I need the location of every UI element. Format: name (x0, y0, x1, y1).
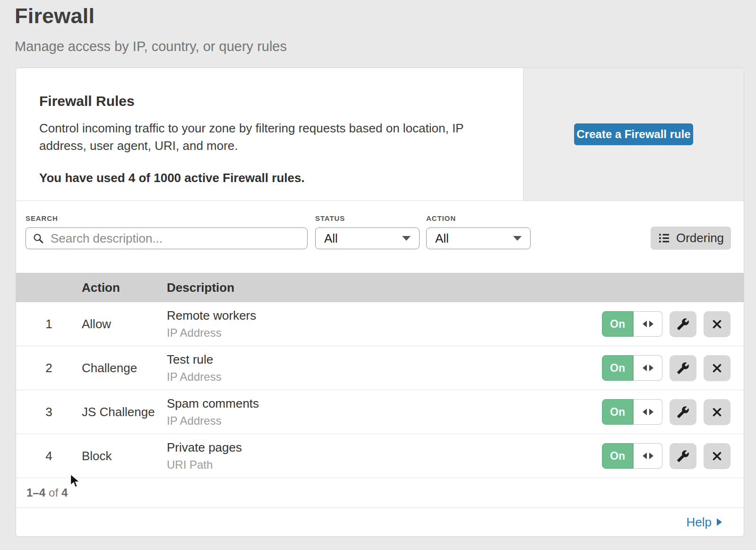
pagination-total: 4 (61, 486, 68, 499)
rule-description: Test rule (167, 352, 602, 367)
rule-action: Block (82, 449, 167, 463)
rule-enabled-toggle[interactable]: On (602, 399, 662, 425)
rule-priority: 2 (16, 361, 82, 375)
rule-description: Spam comments (167, 396, 602, 411)
create-firewall-rule-button[interactable]: Create a Firewall rule (574, 123, 693, 145)
pagination: 1–4 of 4 (16, 478, 744, 508)
edit-rule-button[interactable] (670, 311, 696, 337)
search-input[interactable] (26, 227, 308, 249)
close-icon (711, 406, 723, 418)
delete-rule-button[interactable] (704, 399, 730, 425)
table-header: Action Description (16, 273, 744, 303)
chevron-down-icon (402, 236, 411, 241)
ordering-list-icon (658, 232, 670, 244)
action-select-value: All (435, 231, 449, 246)
rule-match-type: IP Address (167, 370, 602, 384)
toggle-on-label: On (602, 311, 633, 337)
status-label: STATUS (315, 214, 420, 222)
search-filter: SEARCH (26, 214, 308, 249)
edit-rule-button[interactable] (670, 443, 696, 469)
page-title: Firewall (15, 4, 287, 28)
action-select[interactable]: All (426, 227, 531, 249)
rule-match-type: URI Path (167, 458, 602, 471)
close-icon (711, 450, 723, 462)
toggle-on-label: On (602, 399, 633, 425)
table-row: 4 Block Private pages URI Path On (16, 434, 744, 478)
toggle-arrows-icon (633, 355, 662, 381)
toggle-arrows-icon (633, 443, 662, 469)
pagination-range: 1–4 (26, 486, 45, 499)
chevron-down-icon (513, 236, 522, 241)
search-label: SEARCH (26, 214, 308, 222)
page-header: Firewall Manage access by IP, country, o… (15, 4, 287, 54)
pagination-of: of (49, 486, 58, 499)
toggle-arrows-icon (633, 399, 662, 425)
rule-priority: 4 (16, 449, 82, 463)
intro-section: Firewall Rules Control incoming traffic … (16, 68, 744, 201)
rule-action: JS Challenge (82, 405, 167, 419)
wrench-icon (677, 406, 689, 419)
toggle-arrows-icon (633, 311, 662, 337)
delete-rule-button[interactable] (704, 443, 730, 469)
table-row: 1 Allow Remote workers IP Address On (16, 302, 744, 346)
action-label: ACTION (426, 214, 531, 222)
usage-note: You have used 4 of 1000 active Firewall … (39, 171, 509, 185)
ordering-button-label: Ordering (676, 231, 724, 245)
status-select[interactable]: All (315, 227, 420, 249)
close-icon (711, 362, 723, 374)
rule-enabled-toggle[interactable]: On (602, 355, 662, 381)
close-icon (711, 318, 723, 330)
edit-rule-button[interactable] (670, 399, 696, 425)
filters-bar: SEARCH STATUS All ACTION All (16, 201, 744, 273)
ordering-button[interactable]: Ordering (651, 227, 731, 250)
page-subtitle: Manage access by IP, country, or query r… (15, 39, 287, 54)
card-title: Firewall Rules (39, 93, 509, 109)
wrench-icon (677, 318, 689, 331)
rule-enabled-toggle[interactable]: On (602, 443, 662, 469)
help-arrow-icon (717, 518, 722, 526)
card-footer: Help (16, 508, 744, 536)
rule-description: Private pages (167, 440, 602, 455)
rule-action: Challenge (82, 361, 167, 375)
rule-enabled-toggle[interactable]: On (602, 311, 662, 337)
rule-priority: 3 (16, 405, 82, 419)
card-description: Control incoming traffic to your zone by… (39, 120, 486, 155)
description-column-header: Description (167, 280, 744, 295)
table-row: 3 JS Challenge Spam comments IP Address … (16, 390, 744, 434)
delete-rule-button[interactable] (704, 355, 730, 381)
firewall-rules-card: Firewall Rules Control incoming traffic … (16, 68, 744, 537)
create-rule-panel: Create a Firewall rule (523, 68, 744, 201)
toggle-on-label: On (602, 355, 633, 381)
action-column-header: Action (82, 280, 167, 295)
table-row: 2 Challenge Test rule IP Address On (16, 346, 744, 390)
help-link[interactable]: Help (687, 515, 722, 530)
edit-rule-button[interactable] (670, 355, 696, 381)
search-icon (33, 233, 44, 244)
wrench-icon (677, 362, 689, 375)
status-select-value: All (324, 231, 338, 246)
delete-rule-button[interactable] (704, 311, 730, 337)
toggle-on-label: On (602, 443, 633, 469)
help-link-label: Help (687, 515, 712, 530)
rule-match-type: IP Address (167, 414, 602, 428)
rule-match-type: IP Address (167, 326, 602, 340)
action-filter: ACTION All (426, 214, 531, 249)
wrench-icon (677, 450, 689, 463)
rule-description: Remote workers (167, 308, 602, 323)
rules-table-body: 1 Allow Remote workers IP Address On (16, 302, 744, 478)
intro-text: Firewall Rules Control incoming traffic … (16, 68, 523, 201)
rule-action: Allow (82, 317, 167, 332)
rule-priority: 1 (16, 317, 82, 332)
status-filter: STATUS All (315, 214, 420, 249)
